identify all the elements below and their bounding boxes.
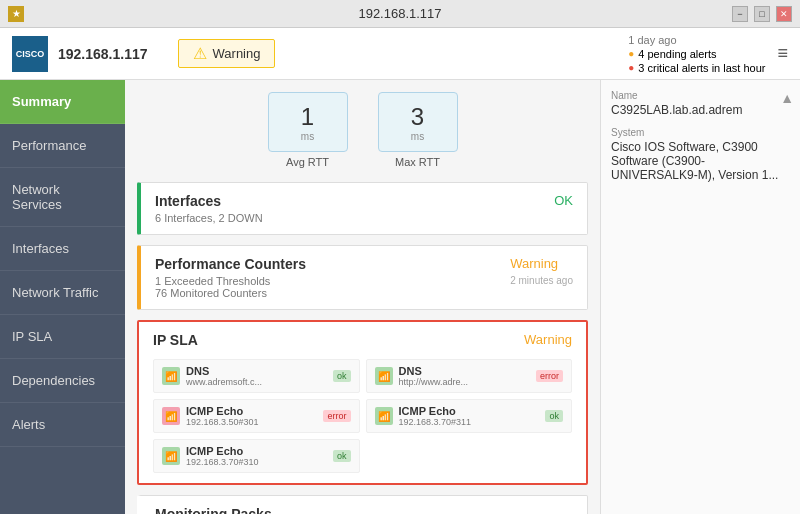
ipsla-status-row: IP SLA Warning (153, 332, 572, 351)
sidebar-item-dependencies[interactable]: Dependencies (0, 359, 125, 403)
ipsla-item-dns-error: 📶 DNS http://www.adre... error (366, 359, 573, 393)
sidebar-item-performance[interactable]: Performance (0, 124, 125, 168)
time-ago-label: 1 day ago (628, 34, 757, 46)
header-bar: CISCO 192.168.1.117 ⚠ Warning 1 day ago … (0, 28, 800, 80)
perf-status-row: Performance Counters 1 Exceeded Threshol… (155, 256, 573, 299)
ipsla-section: IP SLA Warning 📶 DNS www.adremsoft.c... … (137, 320, 588, 485)
perf-info: Performance Counters 1 Exceeded Threshol… (155, 256, 306, 299)
interfaces-status-row: Interfaces 6 Interfaces, 2 DOWN OK (155, 193, 573, 224)
ipsla-badge-3: error (323, 410, 350, 422)
interfaces-section: Interfaces 6 Interfaces, 2 DOWN OK (137, 182, 588, 235)
ipsla-badge-5: ok (333, 450, 351, 462)
max-rtt-label: Max RTT (378, 156, 458, 168)
sidebar-item-interfaces[interactable]: Interfaces (0, 227, 125, 271)
ipsla-item-dns-ok: 📶 DNS www.adremsoft.c... ok (153, 359, 360, 393)
device-ip: 192.168.1.117 (58, 46, 148, 62)
ipsla-grid: 📶 DNS www.adremsoft.c... ok 📶 DNS http:/… (153, 359, 572, 473)
ipsla-info-4: ICMP Echo 192.168.3.70#311 (399, 405, 540, 427)
max-rtt-unit: ms (411, 131, 424, 142)
pending-alerts: ● 4 pending alerts (628, 48, 765, 60)
maximize-button[interactable]: □ (754, 6, 770, 22)
ipsla-info-1: DNS www.adremsoft.c... (186, 365, 327, 387)
perf-subtitle2: 76 Monitored Counters (155, 287, 306, 299)
red-dot-icon: ● (628, 62, 634, 73)
app-icon: ★ (8, 6, 24, 22)
ipsla-signal-green-2: 📶 (375, 367, 393, 385)
perf-status: Warning (510, 256, 573, 271)
pending-alerts-text: 4 pending alerts (638, 48, 716, 60)
device-info: 192.168.1.117 (58, 46, 148, 62)
interfaces-subtitle: 6 Interfaces, 2 DOWN (155, 212, 263, 224)
close-button[interactable]: ✕ (776, 6, 792, 22)
ipsla-signal-green-4: 📶 (162, 447, 180, 465)
ipsla-badge-1: ok (333, 370, 351, 382)
warning-section: ⚠ Warning (178, 39, 276, 68)
avg-rtt-label: Avg RTT (268, 156, 348, 168)
name-value: C3925LAB.lab.ad.adrem (611, 103, 790, 117)
monitoring-packs-section: Monitoring Packs (137, 495, 588, 514)
ipsla-url-4: 192.168.3.70#311 (399, 417, 540, 427)
ipsla-info-5: ICMP Echo 192.168.3.70#310 (186, 445, 327, 467)
critical-alerts-text: 3 critical alerts in last hour (638, 62, 765, 74)
perf-subtitle1: 1 Exceeded Thresholds (155, 275, 306, 287)
rtt-row: 1 ms Avg RTT 3 ms Max RTT (137, 92, 588, 168)
sidebar-item-network-services[interactable]: Network Services (0, 168, 125, 227)
ipsla-name-2: DNS (399, 365, 530, 377)
avg-rtt-card: 1 ms (268, 92, 348, 152)
title-bar: ★ 192.168.1.117 − □ ✕ (0, 0, 800, 28)
interfaces-info: Interfaces 6 Interfaces, 2 DOWN (155, 193, 263, 224)
ipsla-badge-2: error (536, 370, 563, 382)
alerts-section: 1 day ago ● 4 pending alerts ● 3 critica… (628, 34, 765, 74)
avg-rtt-unit: ms (301, 131, 314, 142)
sidebar: Summary Performance Network Services Int… (0, 80, 125, 514)
ipsla-status: Warning (524, 332, 572, 347)
ipsla-badge-4: ok (545, 410, 563, 422)
avg-rtt-value: 1 (301, 103, 314, 131)
ipsla-info-3: ICMP Echo 192.168.3.50#301 (186, 405, 317, 427)
orange-dot-icon: ● (628, 48, 634, 59)
right-panel: ▲ Name C3925LAB.lab.ad.adrem System Cisc… (600, 80, 800, 514)
perf-status-container: Warning 2 minutes ago (510, 256, 573, 286)
ipsla-name-5: ICMP Echo (186, 445, 327, 457)
menu-button[interactable]: ≡ (777, 43, 788, 64)
sidebar-item-ip-sla[interactable]: IP SLA (0, 315, 125, 359)
system-value: Cisco IOS Software, C3900 Software (C390… (611, 140, 790, 182)
scroll-up-icon[interactable]: ▲ (780, 90, 794, 106)
interfaces-title: Interfaces (155, 193, 263, 209)
title-bar-title: 192.168.1.117 (358, 6, 441, 21)
warning-label: Warning (213, 46, 261, 61)
perf-timestamp: 2 minutes ago (510, 275, 573, 286)
ipsla-url-1: www.adremsoft.c... (186, 377, 327, 387)
ipsla-signal-pink: 📶 (162, 407, 180, 425)
device-icon: CISCO (12, 36, 48, 72)
perf-title: Performance Counters (155, 256, 306, 272)
ipsla-info-2: DNS http://www.adre... (399, 365, 530, 387)
sidebar-item-alerts[interactable]: Alerts (0, 403, 125, 447)
main-layout: Summary Performance Network Services Int… (0, 80, 800, 514)
ipsla-name-3: ICMP Echo (186, 405, 317, 417)
warning-icon: ⚠ (193, 44, 207, 63)
content-area: 1 ms Avg RTT 3 ms Max RTT Inte (125, 80, 800, 514)
interfaces-status: OK (554, 193, 573, 208)
system-label: System (611, 127, 790, 138)
max-rtt-card: 3 ms (378, 92, 458, 152)
ipsla-signal-green-3: 📶 (375, 407, 393, 425)
main-panel: 1 ms Avg RTT 3 ms Max RTT Inte (125, 80, 600, 514)
sidebar-item-summary[interactable]: Summary (0, 80, 125, 124)
ipsla-name-1: DNS (186, 365, 327, 377)
ipsla-item-icmp-error: 📶 ICMP Echo 192.168.3.50#301 error (153, 399, 360, 433)
ipsla-signal-green-1: 📶 (162, 367, 180, 385)
ipsla-name-4: ICMP Echo (399, 405, 540, 417)
ipsla-title: IP SLA (153, 332, 198, 348)
sidebar-item-network-traffic[interactable]: Network Traffic (0, 271, 125, 315)
critical-alerts: ● 3 critical alerts in last hour (628, 62, 765, 74)
performance-counters-section: Performance Counters 1 Exceeded Threshol… (137, 245, 588, 310)
ipsla-item-icmp-310: 📶 ICMP Echo 192.168.3.70#310 ok (153, 439, 360, 473)
minimize-button[interactable]: − (732, 6, 748, 22)
ipsla-url-2: http://www.adre... (399, 377, 530, 387)
monitoring-packs-title: Monitoring Packs (155, 506, 573, 514)
max-rtt-value: 3 (411, 103, 424, 131)
window-controls[interactable]: − □ ✕ (732, 6, 792, 22)
ipsla-url-3: 192.168.3.50#301 (186, 417, 317, 427)
name-label: Name (611, 90, 790, 101)
